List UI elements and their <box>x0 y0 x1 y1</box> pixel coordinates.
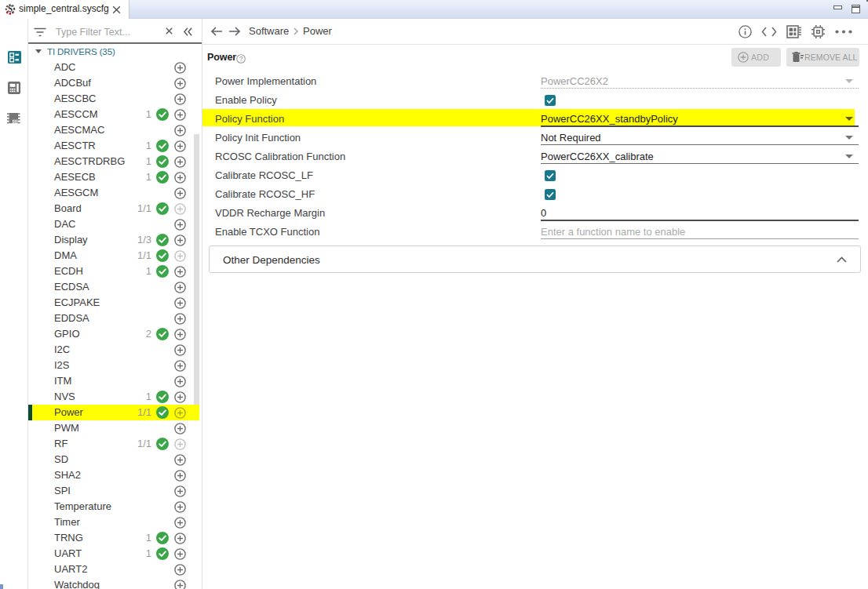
svg-text:?: ? <box>239 55 243 63</box>
svg-text:S: S <box>8 4 13 13</box>
